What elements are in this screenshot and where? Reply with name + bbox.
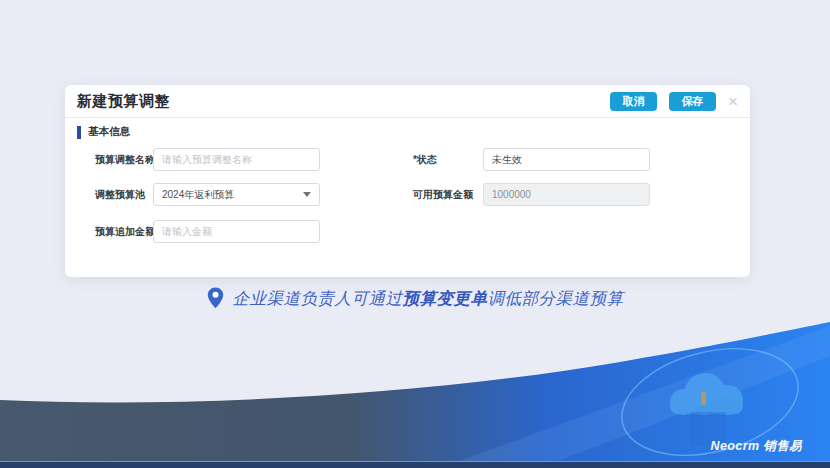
addition-amount-input[interactable] — [153, 220, 320, 243]
annotation-suffix: 调低部分渠道预算 — [488, 289, 624, 307]
budget-pool-select[interactable]: 2024年返利预算 — [153, 183, 320, 206]
section-accent-bar — [77, 126, 81, 139]
annotation-row: 企业渠道负责人可通过预算变更单调低部分渠道预算 — [0, 284, 830, 314]
label-adjustment-name: 预算调整名称 — [95, 148, 155, 171]
available-amount-input — [483, 183, 650, 206]
label-addition-amount: 预算追加金额 — [95, 220, 155, 243]
status-input[interactable] — [483, 148, 650, 171]
annotation-prefix: 企业渠道负责人可通过 — [233, 289, 403, 307]
cancel-button[interactable]: 取消 — [610, 92, 657, 111]
chevron-down-icon — [303, 192, 311, 197]
location-pin-icon — [207, 287, 224, 309]
budget-pool-value: 2024年返利预算 — [162, 188, 303, 202]
label-budget-pool: 调整预算池 — [95, 183, 145, 206]
footer-wave-graphic — [0, 300, 830, 468]
modal-actions: 取消 保存 × — [610, 92, 738, 111]
label-available-amount: 可用预算金额 — [413, 183, 473, 206]
adjustment-name-input[interactable] — [153, 148, 320, 171]
neocrm-logo: Neocrm 销售易 — [710, 438, 802, 455]
annotation-text: 企业渠道负责人可通过预算变更单调低部分渠道预算 — [233, 288, 624, 310]
section-title: 基本信息 — [88, 125, 130, 139]
budget-adjustment-modal: 新建预算调整 取消 保存 × 基本信息 预算调整名称 *状态 调整预算池 202… — [65, 85, 750, 277]
section-basic-info: 基本信息 — [77, 125, 130, 139]
modal-header: 新建预算调整 取消 保存 × — [65, 85, 750, 117]
annotation-bold-term: 预算变更单 — [403, 289, 488, 307]
wave-svg — [0, 300, 830, 468]
header-divider — [65, 117, 750, 118]
cloud-lock-detail — [701, 392, 706, 405]
close-icon[interactable]: × — [728, 93, 738, 110]
save-button[interactable]: 保存 — [669, 92, 716, 111]
label-status: *状态 — [413, 148, 437, 171]
modal-title: 新建预算调整 — [77, 92, 170, 111]
bottom-navy-strip — [0, 461, 830, 468]
